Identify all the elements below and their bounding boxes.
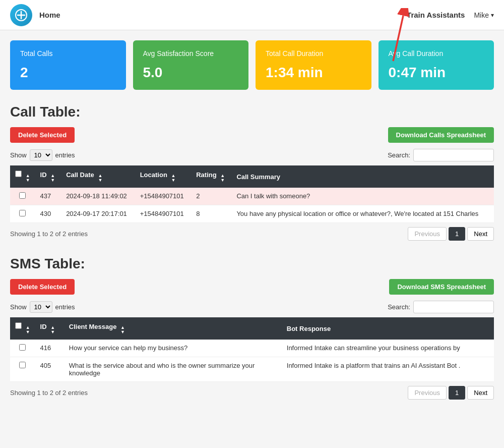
nav-home[interactable]: Home <box>39 11 60 19</box>
call-col-location[interactable]: Location ▲▼ <box>135 165 192 188</box>
sms-table-controls: Show 10 25 50 entries Search: <box>10 301 494 313</box>
sms-col-checkbox: ▲▼ <box>10 317 35 340</box>
call-table: ▲▼ ID ▲▼ Call Date ▲▼ Location ▲▼ Rating… <box>10 165 494 223</box>
call-row-location: +15484907101 <box>135 205 192 223</box>
sms-showing-info: Showing 1 to 2 of 2 entries <box>10 389 88 397</box>
stat-label-total-calls: Total Calls <box>20 49 116 58</box>
call-download-spreadsheet-button[interactable]: Download Calls Spreadsheet <box>388 127 494 143</box>
call-entries-label: entries <box>55 151 75 159</box>
call-row-summary: Can I talk with someone? <box>231 188 494 205</box>
sms-download-spreadsheet-button[interactable]: Download SMS Spreadsheet <box>389 279 494 295</box>
call-pagination-controls: Previous 1 Next <box>408 227 494 241</box>
call-col-date[interactable]: Call Date ▲▼ <box>61 165 135 188</box>
sms-table-title: SMS Table: <box>10 256 494 272</box>
stat-card-avg-satisfaction: Avg Satisfaction Score 5.0 <box>133 40 249 90</box>
sms-row-checkbox[interactable] <box>19 362 26 368</box>
sms-entries-label: entries <box>55 303 75 311</box>
sort-icon: ▲▼ <box>26 174 30 183</box>
stat-card-total-duration: Total Call Duration 1:34 min <box>256 40 371 90</box>
stat-value-total-calls: 2 <box>20 65 116 81</box>
call-col-checkbox: ▲▼ <box>10 165 35 188</box>
call-search-box: Search: <box>388 149 494 161</box>
call-table-header-row: ▲▼ ID ▲▼ Call Date ▲▼ Location ▲▼ Rating… <box>10 165 494 188</box>
call-table-row: 437 2024-09-18 11:49:02 +15484907101 2 C… <box>10 188 494 205</box>
sms-show-select[interactable]: 10 25 50 <box>30 301 52 313</box>
sms-col-client-message[interactable]: Client Message ▲▼ <box>64 317 282 340</box>
call-col-id[interactable]: ID ▲▼ <box>35 165 61 188</box>
call-row-date: 2024-09-17 20:17:01 <box>61 205 135 223</box>
call-pagination-row: Showing 1 to 2 of 2 entries Previous 1 N… <box>10 227 494 241</box>
stat-value-total-duration: 1:34 min <box>266 65 361 81</box>
call-row-checkbox-cell <box>10 188 35 205</box>
call-next-button[interactable]: Next <box>467 227 494 241</box>
nav-train-assistants[interactable]: Train Assistants <box>407 11 465 19</box>
call-col-rating[interactable]: Rating ▲▼ <box>191 165 231 188</box>
sms-row-bot-response: Informed Intake can streamline your busi… <box>282 340 494 357</box>
stat-card-total-calls: Total Calls 2 <box>10 40 126 90</box>
app-logo <box>10 4 32 26</box>
sms-search-box: Search: <box>388 301 494 313</box>
sms-table: ▲▼ ID ▲▼ Client Message ▲▼ Bot Response … <box>10 317 494 382</box>
call-row-summary: You have any physical location or office… <box>231 205 494 223</box>
call-row-rating: 8 <box>191 205 231 223</box>
sms-row-bot-response: Informed Intake is a platform that train… <box>282 357 494 382</box>
sms-page-1-button[interactable]: 1 <box>449 386 465 400</box>
sms-delete-selected-button[interactable]: Delete Selected <box>10 279 75 295</box>
stat-label-avg-duration: Avg Call Duration <box>389 49 484 58</box>
call-table-controls: Show 10 25 50 entries Search: <box>10 149 494 161</box>
call-row-checkbox-cell <box>10 205 35 223</box>
call-row-location: +15484907101 <box>135 188 192 205</box>
call-show-label: Show <box>10 151 27 159</box>
sms-pagination-row: Showing 1 to 2 of 2 entries Previous 1 N… <box>10 386 494 400</box>
call-table-toolbar: Delete Selected Download Calls Spreadshe… <box>10 127 494 143</box>
sms-table-toolbar: Delete Selected Download SMS Spreadsheet <box>10 279 494 295</box>
call-row-id: 430 <box>35 205 61 223</box>
call-table-title: Call Table: <box>10 104 494 120</box>
sms-show-entries: Show 10 25 50 entries <box>10 301 75 313</box>
call-search-label: Search: <box>388 151 410 159</box>
sort-icon: ▲▼ <box>26 325 30 334</box>
sms-row-id: 416 <box>35 340 64 357</box>
sms-row-id: 405 <box>35 357 64 382</box>
sms-next-button[interactable]: Next <box>467 386 494 400</box>
call-row-checkbox[interactable] <box>19 210 26 216</box>
sms-row-checkbox-cell <box>10 357 35 382</box>
call-col-summary: Call Summary <box>231 165 494 188</box>
nav-user-menu[interactable]: Mike <box>474 11 494 19</box>
call-page-1-button[interactable]: 1 <box>449 227 465 241</box>
call-row-checkbox[interactable] <box>19 192 26 199</box>
sms-prev-button[interactable]: Previous <box>408 386 447 400</box>
sms-row-checkbox[interactable] <box>19 344 26 351</box>
stat-cards-container: Total Calls 2 Avg Satisfaction Score 5.0… <box>10 40 494 90</box>
sms-search-input[interactable] <box>413 301 494 313</box>
stat-value-avg-duration: 0:47 min <box>389 65 484 81</box>
sms-col-id[interactable]: ID ▲▼ <box>35 317 64 340</box>
call-select-all-checkbox[interactable] <box>15 171 22 177</box>
call-table-row: 430 2024-09-17 20:17:01 +15484907101 8 Y… <box>10 205 494 223</box>
sms-table-header-row: ▲▼ ID ▲▼ Client Message ▲▼ Bot Response <box>10 317 494 340</box>
call-show-entries: Show 10 25 50 entries <box>10 149 75 161</box>
call-show-select[interactable]: 10 25 50 <box>30 149 52 161</box>
sms-row-client-message: What is the service about and who is the… <box>64 357 282 382</box>
sms-table-row: 416 How your service can help my busines… <box>10 340 494 357</box>
stat-card-avg-duration: Avg Call Duration 0:47 min <box>379 40 494 90</box>
sms-search-label: Search: <box>388 303 410 311</box>
stat-label-total-duration: Total Call Duration <box>266 49 361 58</box>
call-showing-info: Showing 1 to 2 of 2 entries <box>10 230 88 238</box>
call-row-id: 437 <box>35 188 61 205</box>
sms-row-checkbox-cell <box>10 340 35 357</box>
stat-value-avg-satisfaction: 5.0 <box>143 65 239 81</box>
call-row-date: 2024-09-18 11:49:02 <box>61 188 135 205</box>
sms-select-all-checkbox[interactable] <box>15 322 22 329</box>
sms-pagination-controls: Previous 1 Next <box>408 386 494 400</box>
call-prev-button[interactable]: Previous <box>408 227 447 241</box>
stat-label-avg-satisfaction: Avg Satisfaction Score <box>143 49 239 58</box>
call-search-input[interactable] <box>413 149 494 161</box>
sms-row-client-message: How your service can help my business? <box>64 340 282 357</box>
call-delete-selected-button[interactable]: Delete Selected <box>10 127 75 143</box>
call-row-rating: 2 <box>191 188 231 205</box>
sms-col-bot-response: Bot Response <box>282 317 494 340</box>
sms-show-label: Show <box>10 303 27 311</box>
sms-table-row: 405 What is the service about and who is… <box>10 357 494 382</box>
